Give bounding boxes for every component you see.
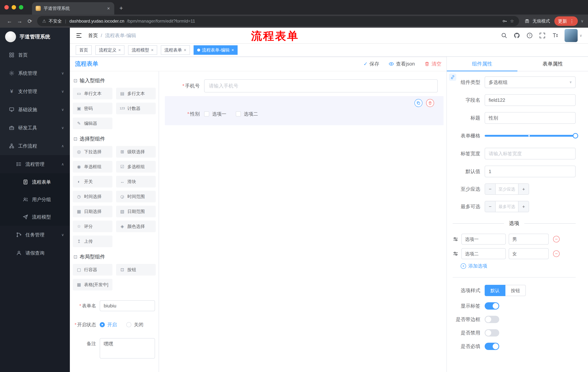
font-size-icon[interactable] xyxy=(552,32,558,39)
tag-process-definition[interactable]: 流程定义 × xyxy=(95,45,125,55)
tab-form-props[interactable]: 表单属性 xyxy=(517,57,588,71)
sidebar-collapse-icon[interactable] xyxy=(76,32,82,39)
forward-button[interactable]: → xyxy=(15,18,25,24)
status-on-radio[interactable]: 开启 xyxy=(100,322,117,328)
style-button-button[interactable]: 按钮 xyxy=(505,285,526,296)
form-name-input[interactable] xyxy=(100,300,155,311)
option-name-input[interactable] xyxy=(461,248,506,259)
min-select-value[interactable]: 至少应选 xyxy=(496,184,518,194)
option-value-input[interactable] xyxy=(509,234,549,244)
palette-item-cascader[interactable]: ⊞级联选择 xyxy=(116,146,156,158)
sidebar-item-task-management[interactable]: 任务管理 ∨ xyxy=(0,226,70,244)
slider-track[interactable] xyxy=(485,135,576,137)
stepper-increase-button[interactable]: + xyxy=(518,184,529,194)
stepper-increase-button[interactable]: + xyxy=(518,201,529,212)
sidebar-item-leave-query[interactable]: 请假查询 xyxy=(0,244,70,262)
palette-item-switch[interactable]: ◐开关 xyxy=(73,176,112,187)
reload-button[interactable]: ⟳ xyxy=(25,18,35,24)
palette-item-time-range[interactable]: ◶时间范围 xyxy=(116,191,156,202)
sidebar-item-workflow[interactable]: 工作流程 ∧ xyxy=(0,137,70,155)
window-minimize-button[interactable] xyxy=(12,5,16,10)
palette-item-upload[interactable]: ↥上传 xyxy=(73,235,112,247)
palette-item-color-picker[interactable]: ◈颜色选择 xyxy=(116,221,156,232)
stepper-decrease-button[interactable]: − xyxy=(485,184,496,194)
component-type-select[interactable]: 多选框组 ▾ xyxy=(485,76,576,88)
label-width-input[interactable] xyxy=(485,148,576,159)
tag-process-form-edit[interactable]: 流程表单-编辑 × xyxy=(194,45,238,55)
palette-item-time-picker[interactable]: ◷时间选择 xyxy=(73,191,112,202)
palette-item-multi-line-text[interactable]: ▤多行文本 xyxy=(116,88,156,99)
palette-item-checkbox-group[interactable]: ☑多选框组 xyxy=(116,161,156,172)
stepper-decrease-button[interactable]: − xyxy=(485,201,496,212)
toolbar-overflow-chevron-icon[interactable]: ∨ xyxy=(581,19,584,23)
option-value-input[interactable] xyxy=(509,248,549,259)
browser-update-button[interactable]: 更新 ⋮ xyxy=(554,16,578,26)
tab-close-icon[interactable]: × xyxy=(106,6,111,11)
title-input[interactable] xyxy=(485,112,576,124)
border-switch[interactable] xyxy=(485,316,499,323)
palette-item-row-container[interactable]: ▢行容器 xyxy=(73,264,112,276)
save-button[interactable]: ✓ 保存 xyxy=(364,61,379,67)
link-icon[interactable] xyxy=(449,74,456,81)
copy-component-button[interactable] xyxy=(414,99,422,107)
field-name-input[interactable] xyxy=(485,94,576,106)
password-key-icon[interactable] xyxy=(502,18,507,24)
remove-option-button[interactable]: − xyxy=(553,250,560,257)
tag-home[interactable]: 首页 xyxy=(76,45,92,55)
palette-item-date-picker[interactable]: ▦日期选择 xyxy=(73,206,112,217)
max-select-value[interactable]: 最多可选 xyxy=(496,201,518,212)
tab-component-props[interactable]: 组件属性 xyxy=(447,57,517,71)
palette-item-slider[interactable]: ↔滑块 xyxy=(116,176,156,187)
gender-option2-checkbox[interactable]: 选项二 xyxy=(236,111,258,117)
status-off-radio[interactable]: 关闭 xyxy=(126,322,143,328)
gender-field-row[interactable]: *性别 选项一 选项二 xyxy=(165,111,438,117)
grid-slider[interactable] xyxy=(485,130,576,142)
gender-option1-checkbox[interactable]: 选项一 xyxy=(204,111,226,117)
address-bar[interactable]: ⚠ 不安全 | dashboard.yudao.iocoder.cn/bpm/m… xyxy=(37,16,519,26)
slider-handle[interactable] xyxy=(573,133,578,138)
sidebar-item-infra[interactable]: 基础设施 ∨ xyxy=(0,100,70,119)
window-zoom-button[interactable] xyxy=(19,5,23,10)
sidebar-item-process-management[interactable]: 流程管理 ∧ xyxy=(0,155,70,173)
style-default-button[interactable]: 默认 xyxy=(485,285,505,296)
default-value-input[interactable] xyxy=(485,166,576,177)
palette-item-rate[interactable]: ☆评分 xyxy=(73,221,112,232)
add-option-button[interactable]: + 添加选项 xyxy=(461,263,576,269)
avatar[interactable] xyxy=(565,29,578,42)
new-tab-button[interactable]: + xyxy=(114,5,123,15)
phone-field-row[interactable]: *手机号 xyxy=(165,79,438,93)
option-name-input[interactable] xyxy=(461,234,506,244)
drag-handle-icon[interactable] xyxy=(453,251,459,257)
palette-item-table[interactable]: ▦表格[开发中] xyxy=(73,279,112,290)
back-button[interactable]: ← xyxy=(4,18,15,24)
sidebar-item-devtools[interactable]: 研发工具 ∨ xyxy=(0,119,70,137)
palette-item-radio-group[interactable]: ◉单选框组 xyxy=(73,161,112,172)
tag-close-icon[interactable]: × xyxy=(184,47,186,53)
palette-item-single-line-text[interactable]: ▭单行文本 xyxy=(73,88,112,99)
sidebar-item-process-form[interactable]: 流程表单 xyxy=(0,173,70,191)
github-icon[interactable] xyxy=(514,32,520,39)
palette-item-editor[interactable]: ✎编辑器 xyxy=(73,117,112,129)
tag-close-icon[interactable]: × xyxy=(151,47,154,53)
tag-close-icon[interactable]: × xyxy=(118,47,121,53)
breadcrumb-home[interactable]: 首页 xyxy=(88,32,98,39)
palette-item-date-range[interactable]: ▧日期范围 xyxy=(116,206,156,217)
palette-item-dropdown[interactable]: ◎下拉选择 xyxy=(73,146,112,158)
sidebar-item-payment[interactable]: ¥ 支付管理 ∨ xyxy=(0,82,70,100)
help-question-icon[interactable]: ? xyxy=(526,32,533,39)
browser-tab[interactable]: 芋道管理系统 × xyxy=(32,2,114,15)
view-json-button[interactable]: 查看json xyxy=(388,61,415,67)
phone-input[interactable] xyxy=(204,79,438,93)
sidebar-item-system[interactable]: 系统管理 ∨ xyxy=(0,64,70,82)
user-menu[interactable]: ∨ xyxy=(565,29,582,42)
remove-option-button[interactable]: − xyxy=(553,236,560,242)
sidebar-item-process-model[interactable]: 流程模型 xyxy=(0,208,70,226)
tag-close-icon[interactable]: × xyxy=(231,47,234,53)
tag-process-form[interactable]: 流程表单 × xyxy=(161,45,190,55)
palette-item-password[interactable]: ▣密码 xyxy=(73,103,112,114)
fullscreen-icon[interactable] xyxy=(539,32,546,39)
search-icon[interactable] xyxy=(501,32,507,39)
palette-item-button[interactable]: ⊡按钮 xyxy=(116,264,156,276)
required-switch[interactable] xyxy=(485,343,499,350)
disabled-switch[interactable] xyxy=(485,329,499,337)
